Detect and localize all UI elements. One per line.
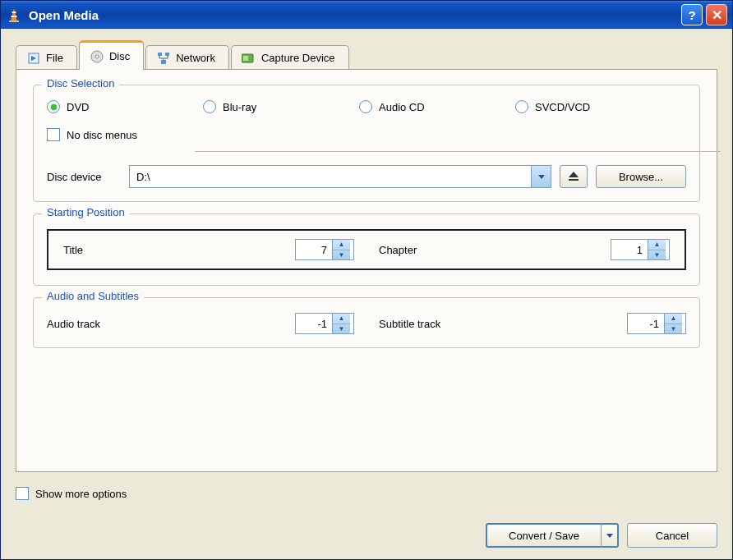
spin-up[interactable]: ▲ bbox=[665, 314, 682, 324]
close-icon: ✕ bbox=[712, 7, 722, 23]
spin-down[interactable]: ▼ bbox=[333, 250, 350, 260]
spin-up[interactable]: ▲ bbox=[333, 314, 350, 324]
svg-point-7 bbox=[95, 55, 99, 58]
chevron-down-icon bbox=[538, 175, 545, 179]
subtitle-track-label: Subtitle track bbox=[379, 318, 440, 330]
tab-label: Disc bbox=[109, 50, 130, 62]
subtitle-track-spinner[interactable]: ▲ ▼ bbox=[627, 313, 686, 334]
spin-up[interactable]: ▲ bbox=[648, 240, 666, 250]
file-icon bbox=[26, 51, 41, 66]
title-input[interactable] bbox=[296, 240, 332, 259]
disc-device-input[interactable] bbox=[130, 166, 531, 187]
svg-rect-3 bbox=[9, 21, 19, 22]
capture-icon bbox=[242, 51, 256, 66]
cancel-button[interactable]: Cancel bbox=[627, 523, 717, 548]
audio-track-label: Audio track bbox=[47, 318, 100, 330]
group-title: Audio and Subtitles bbox=[42, 290, 144, 302]
chapter-spinner[interactable]: ▲ ▼ bbox=[611, 239, 670, 260]
title-spinner[interactable]: ▲ ▼ bbox=[295, 239, 354, 260]
spin-down[interactable]: ▼ bbox=[665, 324, 682, 334]
dialog-footer: Show more options Convert / Save Cancel bbox=[1, 480, 732, 559]
svg-marker-0 bbox=[11, 8, 17, 21]
radio-audiocd[interactable]: Audio CD bbox=[359, 100, 515, 113]
radio-label: Blu-ray bbox=[223, 101, 256, 113]
close-button[interactable]: ✕ bbox=[706, 4, 727, 25]
show-more-options-checkbox[interactable] bbox=[16, 487, 29, 500]
svg-rect-2 bbox=[12, 16, 17, 17]
eject-button[interactable] bbox=[560, 165, 588, 188]
group-title: Starting Position bbox=[42, 206, 130, 218]
help-icon: ? bbox=[688, 8, 695, 22]
svg-rect-10 bbox=[161, 60, 166, 64]
tab-disc[interactable]: Disc bbox=[79, 40, 144, 70]
divider bbox=[195, 151, 721, 152]
starting-position-group: Starting Position Title ▲ ▼ Cha bbox=[33, 213, 700, 286]
browse-button[interactable]: Browse... bbox=[596, 165, 686, 188]
radio-label: SVCD/VCD bbox=[535, 101, 590, 113]
chapter-input[interactable] bbox=[611, 240, 648, 259]
radio-icon bbox=[359, 100, 372, 113]
disc-icon bbox=[90, 49, 104, 64]
radio-icon bbox=[47, 100, 60, 113]
radio-svcd[interactable]: SVCD/VCD bbox=[515, 100, 671, 113]
convert-save-button[interactable]: Convert / Save bbox=[486, 523, 601, 548]
subtitle-track-input[interactable] bbox=[628, 314, 664, 333]
starting-box: Title ▲ ▼ Chapter bbox=[47, 229, 686, 270]
no-disc-menus-label: No disc menus bbox=[67, 129, 137, 141]
svg-rect-9 bbox=[165, 53, 169, 56]
disc-device-dropdown[interactable] bbox=[531, 166, 551, 187]
svg-rect-1 bbox=[12, 11, 16, 13]
audio-subtitles-group: Audio and Subtitles Audio track ▲ ▼ bbox=[33, 297, 700, 348]
radio-bluray[interactable]: Blu-ray bbox=[203, 100, 359, 113]
convert-save-dropdown[interactable] bbox=[601, 523, 619, 548]
svg-marker-13 bbox=[569, 172, 579, 177]
spin-up[interactable]: ▲ bbox=[333, 240, 350, 250]
show-more-options-label: Show more options bbox=[35, 488, 127, 500]
chapter-label: Chapter bbox=[379, 244, 417, 256]
convert-save-label: Convert / Save bbox=[509, 530, 579, 542]
tab-label: Capture Device bbox=[261, 52, 335, 64]
svg-rect-14 bbox=[569, 179, 579, 181]
network-icon bbox=[156, 51, 171, 66]
disc-device-combo[interactable] bbox=[129, 165, 551, 188]
audio-track-spinner[interactable]: ▲ ▼ bbox=[295, 313, 354, 334]
radio-label: Audio CD bbox=[379, 101, 425, 113]
radio-icon bbox=[515, 100, 528, 113]
disc-panel: Disc Selection DVD Blu-ray Audio CD bbox=[16, 69, 717, 472]
no-disc-menus-checkbox[interactable] bbox=[47, 128, 60, 141]
chevron-down-icon bbox=[606, 534, 613, 538]
open-media-dialog: Open Media ? ✕ File Disc bbox=[0, 0, 733, 560]
tab-network[interactable]: Network bbox=[145, 45, 229, 70]
convert-save-split-button: Convert / Save bbox=[486, 523, 619, 548]
dialog-content: File Disc Network Capture Device bbox=[1, 29, 732, 480]
tab-file[interactable]: File bbox=[16, 45, 77, 70]
radio-dvd[interactable]: DVD bbox=[47, 100, 203, 113]
disc-type-radios: DVD Blu-ray Audio CD SVCD/VCD bbox=[47, 100, 686, 113]
tab-label: File bbox=[46, 52, 63, 64]
spin-down[interactable]: ▼ bbox=[333, 324, 350, 334]
cancel-label: Cancel bbox=[656, 530, 689, 542]
tab-row: File Disc Network Capture Device bbox=[16, 40, 717, 70]
vlc-cone-icon bbox=[6, 7, 22, 23]
svg-rect-12 bbox=[243, 56, 248, 61]
browse-label: Browse... bbox=[619, 171, 663, 183]
eject-icon bbox=[568, 172, 579, 181]
disc-selection-group: Disc Selection DVD Blu-ray Audio CD bbox=[33, 85, 700, 202]
tab-label: Network bbox=[176, 52, 215, 64]
tab-capture[interactable]: Capture Device bbox=[231, 45, 349, 70]
window-title: Open Media bbox=[29, 8, 99, 22]
audio-track-input[interactable] bbox=[296, 314, 332, 333]
radio-icon bbox=[203, 100, 216, 113]
disc-device-label: Disc device bbox=[47, 171, 121, 183]
help-button[interactable]: ? bbox=[681, 4, 703, 25]
titlebar: Open Media ? ✕ bbox=[1, 1, 732, 29]
disc-device-row: Disc device Browse... bbox=[47, 165, 686, 188]
radio-label: DVD bbox=[67, 101, 89, 113]
title-label: Title bbox=[63, 244, 83, 256]
spin-down[interactable]: ▼ bbox=[648, 250, 666, 260]
group-title: Disc Selection bbox=[42, 77, 119, 90]
svg-rect-8 bbox=[158, 53, 162, 56]
